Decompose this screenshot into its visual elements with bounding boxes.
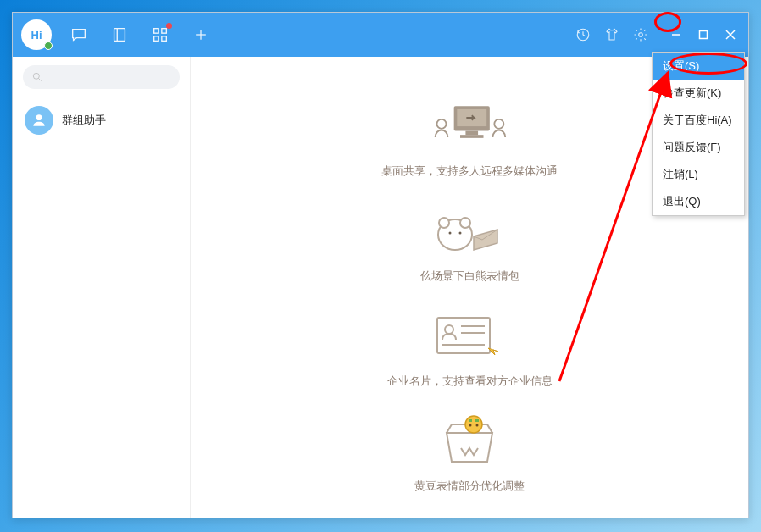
menu-item-about[interactable]: 关于百度Hi(A) <box>653 107 744 134</box>
group-icon <box>25 106 53 135</box>
svg-rect-19 <box>465 131 478 136</box>
search-row <box>13 57 190 97</box>
svg-rect-11 <box>700 31 708 39</box>
svg-rect-3 <box>162 29 167 34</box>
svg-point-27 <box>459 232 462 235</box>
history-icon[interactable] <box>574 25 592 44</box>
titlebar-right <box>574 25 740 44</box>
skin-icon[interactable] <box>603 25 621 44</box>
sidebar: 群组助手 <box>13 57 191 518</box>
svg-point-22 <box>494 119 503 129</box>
menu-item-settings[interactable]: 设置(S) <box>653 53 744 80</box>
content: 群组助手 桌面共享 <box>13 57 748 518</box>
card-illustration <box>423 308 516 367</box>
svg-rect-0 <box>114 29 125 42</box>
svg-point-9 <box>639 33 643 37</box>
menu-item-logout[interactable]: 注销(L) <box>653 161 744 188</box>
search-icon <box>31 71 43 83</box>
feature-emoji-update: 黄豆表情部分优化调整 <box>414 413 525 494</box>
app-window: Hi <box>12 12 749 518</box>
svg-point-26 <box>449 232 452 235</box>
apps-icon[interactable] <box>150 25 170 45</box>
feature-caption: 黄豆表情部分优化调整 <box>414 479 525 494</box>
svg-rect-34 <box>469 419 472 422</box>
svg-point-21 <box>437 119 447 129</box>
feature-caption: 企业名片，支持查看对方企业信息 <box>387 374 553 389</box>
svg-line-15 <box>39 79 42 81</box>
svg-point-25 <box>460 218 470 228</box>
contacts-icon[interactable] <box>109 25 130 45</box>
svg-rect-2 <box>154 29 159 34</box>
window-controls <box>667 25 740 44</box>
minimize-button[interactable] <box>667 25 686 44</box>
sidebar-item-group-assistant[interactable]: 群组助手 <box>13 97 190 143</box>
notification-badge <box>166 23 172 29</box>
svg-rect-20 <box>460 135 484 138</box>
add-icon[interactable] <box>191 25 211 45</box>
feature-screen-share: 桌面共享，支持多人远程多媒体沟通 <box>381 97 558 179</box>
status-online-dot <box>44 42 53 50</box>
close-button[interactable] <box>721 25 740 44</box>
feature-business-card: 企业名片，支持查看对方企业信息 <box>387 308 553 389</box>
titlebar: Hi <box>13 13 748 57</box>
svg-point-14 <box>33 73 39 79</box>
gear-icon[interactable] <box>631 25 650 44</box>
menu-item-exit[interactable]: 退出(Q) <box>653 188 744 215</box>
svg-point-16 <box>36 114 42 120</box>
menu-item-feedback[interactable]: 问题反馈(F) <box>653 134 744 161</box>
svg-point-33 <box>465 416 482 433</box>
feature-caption: 桌面共享，支持多人远程多媒体沟通 <box>381 163 558 179</box>
settings-dropdown: 设置(S) 检查更新(K) 关于百度Hi(A) 问题反馈(F) 注销(L) 退出… <box>652 52 745 216</box>
sidebar-item-label: 群组助手 <box>62 113 106 128</box>
nav-icons <box>69 25 211 45</box>
avatar[interactable]: Hi <box>21 19 52 50</box>
logo-text: Hi <box>31 29 42 42</box>
emoji-illustration <box>423 413 516 472</box>
svg-point-24 <box>439 218 449 228</box>
svg-point-36 <box>469 424 472 427</box>
svg-point-37 <box>476 424 479 427</box>
svg-rect-35 <box>475 419 479 422</box>
svg-rect-5 <box>162 36 167 42</box>
search-input[interactable] <box>23 65 180 89</box>
menu-item-check-update[interactable]: 检查更新(K) <box>653 80 744 107</box>
screen-share-illustration <box>423 97 516 157</box>
chat-icon[interactable] <box>69 25 89 45</box>
bear-illustration <box>423 202 516 262</box>
feature-caption: 仫场景下白熊表情包 <box>420 269 519 284</box>
maximize-button[interactable] <box>694 25 713 44</box>
feature-bear-stickers: 仫场景下白熊表情包 <box>420 202 519 284</box>
svg-rect-4 <box>154 36 159 42</box>
